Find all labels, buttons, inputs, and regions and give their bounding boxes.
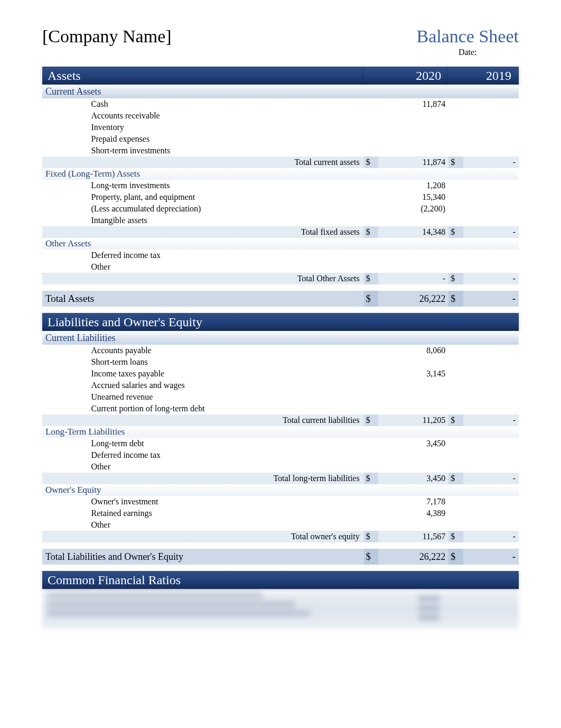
liabilities-header-row: Liabilities and Owner's Equity [42,313,519,331]
table-row: Long-term debt3,450 [42,438,519,449]
current-assets-header: Current Assets [42,85,519,98]
table-row: Deferred income tax [42,250,519,261]
fixed-assets-header: Fixed (Long-Term) Assets [42,168,519,180]
total-liabilities-equity-row: Total Liabilities and Owner's Equity$26,… [42,549,519,565]
total-owners-equity-row: Total owner's equity$11,567$- [42,531,519,542]
table-row: Inventory [42,122,519,133]
table-row: Long-term investments1,208 [42,180,519,191]
table-row: Short-term loans [42,356,519,368]
table-row: Income taxes payable3,145 [42,368,519,380]
blurred-content [42,592,519,629]
table-row: (Less accumulated depreciation)(2,200) [42,203,519,215]
year-2: 2019 [448,67,519,85]
date-label: Date: [416,48,519,57]
table-row: Property, plant, and equipment15,340 [42,191,519,203]
total-longterm-liabilities-row: Total long-term liabilities$3,450$- [42,473,519,484]
header: [Company Name] Balance Sheet Date: [42,26,519,57]
table-row: Short-term investments [42,145,519,156]
other-assets-header: Other Assets [42,238,519,250]
assets-header-row: Assets 2020 2019 [42,67,519,85]
balance-sheet-table: Assets 2020 2019 Current Assets Cash11,8… [42,67,519,589]
total-other-assets-row: Total Other Assets$-$- [42,273,519,284]
assets-title: Assets [42,67,364,85]
table-row: Other [42,261,519,273]
table-row: Owner's investment7,178 [42,496,519,508]
title-block: Balance Sheet Date: [416,26,519,57]
owners-equity-header: Owner's Equity [42,484,519,496]
total-current-liabilities-row: Total current liabilities$11,205$- [42,414,519,426]
current-liabilities-header: Current Liabilities [42,331,519,345]
table-row: Accounts payable8,060 [42,345,519,356]
longterm-liabilities-header: Long-Term Liabilities [42,426,519,438]
table-row: Other [42,519,519,531]
total-fixed-assets-row: Total fixed assets$14,348$- [42,226,519,238]
company-name: [Company Name] [42,26,172,47]
table-row: Prepaid expenses [42,133,519,145]
table-row: Accrued salaries and wages [42,380,519,391]
year-1: 2020 [364,67,448,85]
total-current-assets-row: Total current assets$11,874$- [42,156,519,168]
table-row: Retained earnings4,389 [42,508,519,519]
table-row: Intangible assets [42,215,519,226]
table-row: Current portion of long-term debt [42,403,519,414]
table-row: Deferred income tax [42,449,519,461]
table-row: Unearned revenue [42,391,519,403]
total-assets-row: Total Assets$26,222$- [42,291,519,307]
document-title: Balance Sheet [416,26,519,47]
table-row: Accounts receivable [42,110,519,122]
table-row: Cash11,874 [42,98,519,110]
table-row: Other [42,461,519,473]
ratios-header-row: Common Financial Ratios [42,571,519,589]
